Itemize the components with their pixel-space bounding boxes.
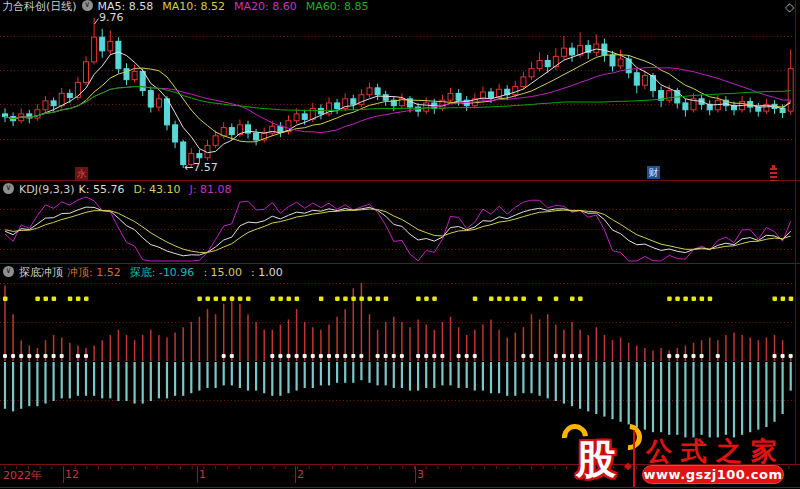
bull-char: 股 xyxy=(576,436,616,482)
param2-legend: : 1.00 xyxy=(251,266,283,279)
diamond-outline-icon: ◇ xyxy=(785,0,794,14)
low-price-label: ←7.57 xyxy=(184,162,218,173)
high-price-label: 9.76 xyxy=(99,12,124,23)
logo-site-url: www.gszj100.com xyxy=(642,465,784,484)
tdx-chart-window: 力合科创(日线)∨MA5: 8.58MA10: 8.52MA20: 8.60MA… xyxy=(0,0,800,489)
k-legend: K: 55.76 xyxy=(79,183,125,196)
stock-title: 力合科创(日线) xyxy=(2,0,77,13)
bull-horn-right-icon xyxy=(611,419,648,456)
watermark-cai: 财 xyxy=(647,166,660,179)
axis-month-label: 1 xyxy=(199,468,206,481)
tandi-legend: 探底: -10.96 xyxy=(130,266,195,279)
d-legend: D: 43.10 xyxy=(133,183,180,196)
axis-month-label: 3 xyxy=(417,468,424,481)
ma10-legend: MA10: 8.52 xyxy=(162,0,225,13)
chongding-legend: 冲顶: 1.52 xyxy=(67,266,121,279)
kdj-panel-header: ∨KDJ(9,3,3)K: 55.76D: 43.10J: 81.08 xyxy=(2,183,241,195)
coin-stack-icon xyxy=(770,168,777,181)
candles-layer xyxy=(3,18,794,168)
j-legend: J: 81.08 xyxy=(190,183,232,196)
ma-lines-layer xyxy=(5,49,791,153)
param1-legend: : 15.00 xyxy=(203,266,242,279)
gszj-watermark-logo: 股 ◆ 公式之家 www.gszj100.com xyxy=(558,422,800,489)
axis-month-label: 12 xyxy=(65,468,79,481)
collapse-icon[interactable]: ∨ xyxy=(3,183,14,194)
custom-panel-header: ∨探底冲顶冲顶: 1.52探底: -10.96: 15.00: 1.00 xyxy=(2,266,292,278)
watermark-yong: 永 xyxy=(75,167,88,180)
annotation-arrows xyxy=(95,19,99,25)
diamond-solid-icon: ◆ xyxy=(624,460,632,471)
axis-month-label: 2 xyxy=(297,468,304,481)
ma20-legend: MA20: 8.60 xyxy=(234,0,297,13)
logo-site-name: 公式之家 xyxy=(646,434,798,469)
kdj-title: KDJ(9,3,3) xyxy=(19,183,75,196)
chart-canvas[interactable] xyxy=(0,0,800,489)
main-chart-header: 力合科创(日线)∨MA5: 8.58MA10: 8.52MA20: 8.60MA… xyxy=(2,0,377,12)
axis-year-label: 2022年 xyxy=(3,468,42,483)
ma60-legend: MA60: 8.85 xyxy=(306,0,369,13)
collapse-icon[interactable]: ∨ xyxy=(82,0,93,11)
sub-indicator-layer xyxy=(3,283,793,437)
custom-indicator-title: 探底冲顶 xyxy=(19,266,63,279)
logo-divider xyxy=(633,430,635,487)
left-arrow-icon: ← xyxy=(184,161,193,174)
bull-stock-icon: 股 xyxy=(564,428,640,486)
collapse-icon[interactable]: ∨ xyxy=(3,266,14,277)
